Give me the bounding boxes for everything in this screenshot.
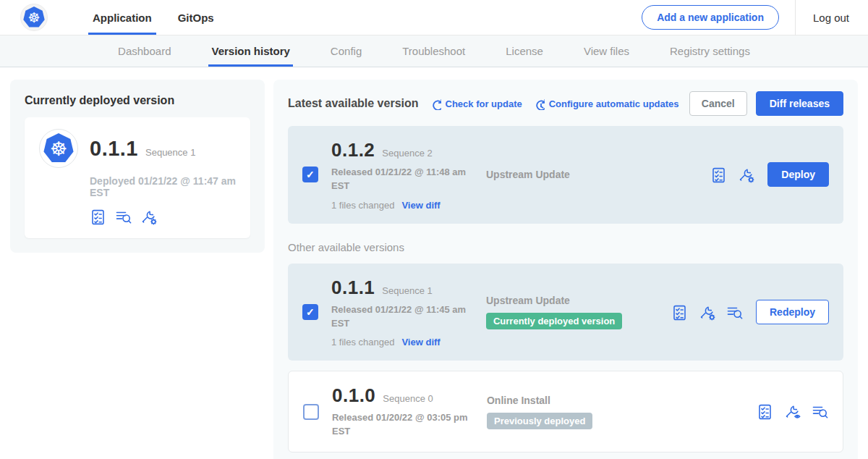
deploy-logs-icon[interactable] — [726, 304, 743, 321]
tab-application[interactable]: Application — [80, 0, 165, 35]
app-version-icon: ☸ — [39, 129, 78, 168]
currently-deployed-title: Currently deployed version — [25, 94, 250, 107]
check-for-update-link[interactable]: Check for update — [429, 98, 522, 110]
edit-config-icon[interactable] — [140, 209, 157, 225]
edit-config-icon[interactable] — [699, 304, 715, 321]
subnav-tab-registry-settings[interactable]: Registry settings — [670, 35, 750, 67]
version-number: 0.1.2 — [331, 139, 375, 161]
sequence-label: Sequence 0 — [383, 393, 433, 404]
currently-deployed-card: Currently deployed version ☸ 0.1.1 Seque… — [10, 80, 265, 253]
version-source-label: Online Install — [487, 395, 672, 406]
subnav-tab-license[interactable]: License — [506, 35, 543, 67]
version-checkbox[interactable]: ✓ — [302, 304, 318, 320]
preflight-checks-icon[interactable] — [757, 403, 773, 420]
cancel-button[interactable]: Cancel — [689, 91, 747, 116]
top-nav-right: Add a new application Log out — [642, 0, 868, 35]
version-number: 0.1.0 — [332, 384, 375, 407]
view-diff-link[interactable]: View diff — [401, 337, 440, 348]
top-navbar: ☸ Application GitOps Add a new applicati… — [0, 0, 868, 35]
version-history-panel: Latest available version Check for updat… — [273, 80, 858, 459]
deploy-logs-icon[interactable] — [115, 209, 132, 225]
auto-update-clock-icon — [532, 98, 545, 110]
edit-config-icon[interactable] — [738, 167, 754, 183]
version-row-0-1-0: 0.1.0 Sequence 0 Released 01/20/22 @ 03:… — [288, 371, 843, 452]
subnav-tab-dashboard[interactable]: Dashboard — [118, 35, 171, 67]
deploy-button[interactable]: Deploy — [767, 162, 829, 187]
version-row-0-1-1: ✓ 0.1.1 Sequence 1 Released 01/21/22 @ 1… — [288, 264, 843, 361]
deployed-timestamp: Deployed 01/21/22 @ 11:47 am EST — [90, 175, 236, 198]
files-changed-label: 1 files changed — [331, 337, 394, 348]
released-timestamp: Released 01/21/22 @ 11:45 am EST — [331, 303, 470, 331]
subnav-tab-config[interactable]: Config — [331, 35, 362, 67]
deployed-sequence-label: Sequence 1 — [145, 147, 195, 158]
diff-releases-button[interactable]: Diff releases — [756, 91, 843, 116]
subnav-tab-version-history[interactable]: Version history — [211, 35, 289, 67]
add-new-application-button[interactable]: Add a new application — [642, 5, 779, 30]
top-nav-tabs: Application GitOps — [80, 0, 227, 35]
logout-button[interactable]: Log out — [795, 0, 868, 35]
version-source-label: Upstream Update — [486, 169, 671, 180]
kubernetes-logo-icon: ☸ — [20, 4, 48, 31]
sequence-label: Sequence 1 — [382, 285, 432, 296]
currently-deployed-badge: Currently deployed version — [486, 313, 622, 329]
main-content: Currently deployed version ☸ 0.1.1 Seque… — [0, 67, 868, 459]
latest-available-header: Latest available version Check for updat… — [288, 91, 843, 116]
deploy-logs-icon[interactable] — [812, 403, 828, 420]
subnav-tab-view-files[interactable]: View files — [584, 35, 629, 67]
released-timestamp: Released 01/20/22 @ 03:05 pm EST — [332, 411, 471, 439]
version-checkbox[interactable] — [303, 404, 319, 420]
view-diff-link[interactable]: View diff — [401, 200, 440, 211]
files-changed-label: 1 files changed — [331, 200, 394, 211]
refresh-icon — [429, 98, 441, 110]
sequence-label: Sequence 2 — [382, 148, 432, 159]
redeploy-button[interactable]: Redeploy — [756, 300, 829, 324]
released-timestamp: Released 01/21/22 @ 11:48 am EST — [331, 166, 470, 193]
preflight-checks-icon[interactable] — [710, 167, 727, 183]
latest-available-title: Latest available version — [288, 97, 419, 110]
other-available-versions-heading: Other available versions — [288, 241, 843, 253]
version-source-label: Upstream Update — [486, 295, 671, 306]
deployed-version-number: 0.1.1 — [90, 137, 138, 161]
previously-deployed-badge: Previously deployed — [487, 413, 592, 429]
app-subnav: Dashboard Version history Config Trouble… — [0, 35, 868, 67]
version-number: 0.1.1 — [331, 277, 375, 299]
version-row-0-1-2: ✓ 0.1.2 Sequence 2 Released 01/21/22 @ 1… — [288, 126, 843, 224]
preflight-checks-icon[interactable] — [671, 304, 688, 321]
deployed-version-card: ☸ 0.1.1 Sequence 1 Deployed 01/21/22 @ 1… — [25, 117, 250, 238]
version-checkbox[interactable]: ✓ — [302, 167, 318, 182]
view-config-icon[interactable] — [784, 403, 801, 420]
preflight-checks-icon[interactable] — [90, 209, 106, 225]
configure-automatic-updates-link[interactable]: Configure automatic updates — [532, 98, 679, 110]
tab-gitops[interactable]: GitOps — [165, 0, 227, 35]
app-logo: ☸ — [0, 0, 80, 35]
subnav-tab-troubleshoot[interactable]: Troubleshoot — [402, 35, 465, 67]
